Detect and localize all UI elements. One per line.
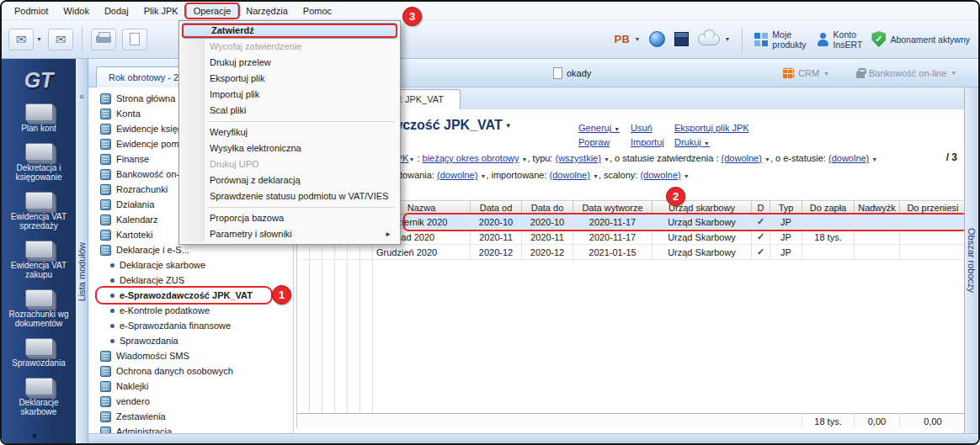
menu-dodaj[interactable]: Dodaj — [97, 3, 136, 19]
menu-item-parametry-i-slowniki[interactable]: Parametry i słowniki► — [181, 226, 398, 242]
bullet-icon — [110, 339, 115, 343]
insert-account-button[interactable]: KontoInsERT — [816, 29, 863, 50]
envelope-open-icon: ✉ — [48, 29, 73, 50]
print-button[interactable] — [91, 29, 116, 50]
subscription-label: Abonament aktywny — [890, 34, 970, 45]
filter-typ[interactable]: (wszystkie) — [556, 153, 601, 163]
send-mail-button[interactable]: ✉▼ — [8, 29, 42, 50]
chevron-down-icon: ▼ — [823, 70, 829, 76]
partial-toolbar-button[interactable]: okady — [553, 67, 591, 79]
sidebar-item-ewidencja-vat-zakupu[interactable]: Ewidencja VAT zakupu — [3, 236, 75, 283]
sidebar-item-dekretacja[interactable]: Dekretacja i księgowanie — [3, 139, 75, 186]
crm-button[interactable]: CRM ▼ — [783, 67, 829, 78]
online-banking-button[interactable]: Bankowość on-line ▼ — [856, 68, 956, 78]
sidebar-item-rozrachunki[interactable]: Rozrachunki wg dokumentów — [3, 285, 75, 332]
menu-operacje[interactable]: Operacje — [186, 3, 239, 19]
menu-item-scal-pliki[interactable]: Scal pliki — [181, 103, 398, 119]
tree-item-administracja[interactable]: Administracja — [88, 424, 293, 433]
tree-item-ochrona-danych[interactable]: Ochrona danych osobowych — [88, 363, 293, 379]
tree-item-esprawozdawczosc-jpk-vat[interactable]: e-Sprawozdawczość JPK_VAT — [88, 288, 293, 303]
tree-item-zestawienia[interactable]: Zestawienia — [88, 409, 293, 424]
link-importuj[interactable]: Importuj — [631, 137, 664, 147]
column-header-data-do[interactable]: Data do — [522, 200, 573, 215]
column-header-nadwyzka[interactable]: Nadwyżk — [855, 200, 900, 215]
workspace-strip-label: Obszar roboczy — [967, 228, 977, 293]
table-row[interactable]: Grudzień 2020 2020-12 2020-12 2021-01-15… — [297, 245, 966, 260]
cloud-button[interactable]: ▼ — [698, 34, 730, 45]
link-drukuj[interactable]: Drukuj ▼ — [674, 137, 710, 147]
menu-item-wysylka-elektroniczna[interactable]: Wysyłka elektroniczna — [181, 140, 398, 156]
tree-item-ekontrole[interactable]: e-Kontrole podatkowe — [88, 303, 293, 318]
notebook-icon — [100, 154, 111, 165]
menu-plik-jpk[interactable]: Plik JPK — [136, 3, 186, 19]
filter-status-zatwierdzenia[interactable]: (dowolne) — [722, 153, 762, 163]
menu-item-weryfikuj[interactable]: Weryfikuj — [181, 124, 398, 140]
filter-okres[interactable]: bieżący okres obrotowy — [423, 153, 519, 163]
title-dropdown-icon[interactable]: ▼ — [505, 122, 512, 130]
column-header-data-wytworzenia[interactable]: Data wytworze — [573, 200, 652, 215]
menu-operacje-label: Operacje — [194, 6, 232, 16]
filter-e-status[interactable]: (dowolne) — [828, 153, 869, 163]
sidebar-item-ewidencja-vat-sprzedazy[interactable]: Ewidencja VAT sprzedaży — [3, 188, 75, 235]
menu-item-eksportuj-plik[interactable]: Eksportuj plik — [181, 71, 398, 87]
tree-item-vendero[interactable]: vendero — [88, 394, 293, 409]
tree-item-deklaracje-skarbowe[interactable]: Deklaracje skarbowe — [88, 257, 293, 273]
filter-importowane[interactable]: (dowolne) — [550, 170, 590, 180]
cube-icon[interactable] — [674, 32, 689, 46]
online-banking-label: Bankowość on-line — [869, 68, 946, 78]
menu-narzedzia[interactable]: Narzędzia — [238, 3, 296, 19]
module-list-strip[interactable]: « Lista modułów — [76, 59, 88, 443]
tree-item-wiadomosci-sms[interactable]: Wiadomości SMS — [88, 348, 293, 363]
link-usun[interactable]: Usuń — [631, 123, 652, 133]
more-modules-icon[interactable]: ▼ — [30, 432, 39, 441]
filter-scalony[interactable]: (dowolne) — [640, 170, 680, 180]
tree-item-deklaracje-zus[interactable]: Deklaracje ZUS — [88, 273, 293, 288]
notebook-icon — [100, 169, 111, 180]
toolbar-left-group: ✉▼ ✉ — [8, 20, 147, 58]
menu-item-importuj-plik[interactable]: Importuj plik — [181, 87, 398, 103]
chevron-down-icon: ▼ — [684, 173, 690, 179]
sidebar-item-deklaracje-skarbowe[interactable]: Deklaracje skarbowe — [3, 373, 75, 421]
annotation-balloon-2: 2 — [666, 187, 685, 206]
chevron-down-icon: ▼ — [724, 36, 730, 42]
tree-item-sprawozdania[interactable]: Sprawozdania — [88, 333, 293, 348]
menu-item-drukuj-przelew[interactable]: Drukuj przelew — [181, 55, 398, 71]
menu-item-sprawdzenie-statusu-vat-vies[interactable]: Sprawdzenie statusu podmiotu w VAT/VIES — [181, 188, 398, 204]
my-products-button[interactable]: Mojeprodukty — [754, 29, 806, 50]
column-header-d[interactable]: D — [752, 200, 770, 215]
menu-item-porownaj-z-deklaracja[interactable]: Porównaj z deklaracją — [181, 172, 398, 188]
menu-item-zatwierdz[interactable]: Zatwierdź — [182, 23, 397, 39]
user-badge-button[interactable]: PB▼ — [614, 33, 640, 45]
subscription-status[interactable]: ✓ Abonament aktywny — [871, 31, 970, 47]
bullet-icon — [110, 278, 115, 283]
globe-icon[interactable] — [649, 31, 665, 47]
link-generuj[interactable]: Generuj ▼ — [578, 123, 620, 133]
menu-pomoc[interactable]: Pomoc — [296, 3, 339, 19]
menu-item-proporcja-bazowa[interactable]: Proporcja bazowa — [181, 210, 398, 226]
link-eksportuj-plik-jpk[interactable]: Eksportuj plik JPK — [674, 123, 749, 133]
partial-button-label: okady — [567, 68, 591, 78]
summary-to-pay: 18 tys. — [802, 414, 855, 428]
toolbar-right-group: PB▼ ▼ Mojeprodukty KontoInsERT ✓ Aboname… — [614, 20, 970, 58]
sidebar-item-sprawozdania[interactable]: Sprawozdania — [3, 334, 75, 372]
mail-button[interactable]: ✉ — [48, 29, 73, 50]
menu-widok[interactable]: Widok — [56, 3, 97, 19]
collapse-panel-icon[interactable]: « — [79, 91, 84, 101]
column-header-do-przeniesienia[interactable]: Do przeniesi — [900, 200, 967, 215]
toolbar-separator — [742, 27, 743, 52]
chevron-down-icon: ▼ — [36, 36, 42, 42]
column-header-data-od[interactable]: Data od — [471, 200, 522, 215]
menu-podmiot[interactable]: Podmiot — [7, 3, 56, 19]
document-button[interactable] — [122, 29, 147, 50]
ledger-stack-icon — [25, 192, 53, 209]
column-header-do-zaplaty[interactable]: Do zapła — [802, 200, 855, 215]
filter-eksportowanie[interactable]: (dowolne) — [437, 170, 477, 180]
my-products-label: Mojeprodukty — [772, 29, 806, 50]
sidebar-item-plan-kont[interactable]: Plan kont — [3, 99, 75, 137]
column-header-typ[interactable]: Typ — [770, 200, 802, 215]
tree-item-naklejki[interactable]: Naklejki — [88, 379, 293, 394]
workspace-strip[interactable]: Obszar roboczy — [964, 87, 978, 433]
link-popraw[interactable]: Popraw — [578, 137, 610, 147]
tree-item-esprawozdania-finansowe[interactable]: e-Sprawozdania finansowe — [88, 318, 293, 333]
chevron-down-icon: ▼ — [634, 36, 640, 42]
